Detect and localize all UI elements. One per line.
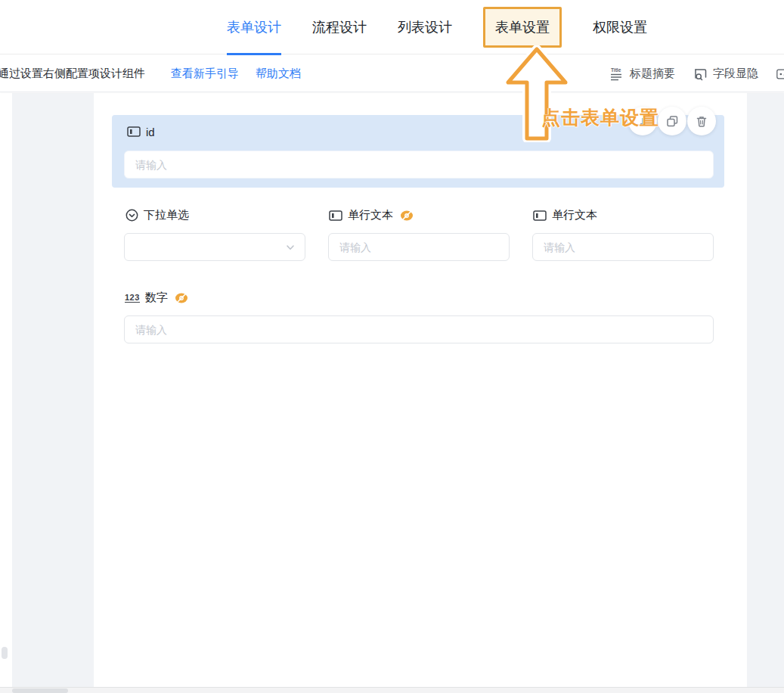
horizontal-scrollbar-track[interactable] — [0, 687, 784, 693]
design-tip-text: 通过设置右侧配置项设计组件 — [0, 67, 145, 81]
text-field-2-input[interactable] — [532, 233, 714, 261]
copy-icon — [666, 115, 679, 128]
field-label-text: 数字 — [145, 291, 168, 305]
left-scrollbar-track[interactable] — [0, 93, 12, 687]
designer-toolbar: 通过设置右侧配置项设计组件 查看新手引导 帮助文档 Title 标题摘要 — [0, 55, 784, 92]
form-canvas[interactable]: id 下拉单选 — [94, 93, 747, 687]
toolbar-right-group: Title 标题摘要 字段显隐 — [610, 55, 784, 92]
text-field-1-input[interactable] — [328, 233, 510, 261]
left-scrollbar-thumb[interactable] — [2, 647, 8, 659]
field-label-text1: 单行文本 — [329, 208, 414, 222]
workspace-left-gutter — [12, 93, 94, 687]
workspace-right-gutter — [747, 93, 784, 687]
field-label-text: 单行文本 — [348, 208, 393, 222]
field-label-text: 下拉单选 — [144, 208, 189, 222]
toolbar-left-group: 通过设置右侧配置项设计组件 查看新手引导 帮助文档 — [0, 55, 301, 92]
svg-text:Title: Title — [611, 67, 621, 73]
field-label-text2: 单行文本 — [533, 208, 597, 222]
help-doc-link[interactable]: 帮助文档 — [256, 67, 301, 81]
horizontal-scrollbar-thumb[interactable] — [12, 688, 68, 693]
copy-field-button[interactable] — [658, 107, 686, 135]
trash-icon — [696, 115, 708, 128]
hidden-field-badge-icon — [400, 210, 414, 222]
field-label-number: 123 数字 — [125, 291, 188, 305]
tab-permission-settings[interactable]: 权限设置 — [593, 0, 647, 54]
top-tab-bar: 表单设计 流程设计 列表设计 表单设置 权限设置 — [0, 0, 784, 54]
number-field-input[interactable] — [124, 315, 714, 343]
title-summary-icon: Title — [610, 67, 625, 82]
design-workspace: id 下拉单选 — [0, 93, 784, 693]
single-line-text-icon — [533, 209, 547, 222]
toolbar-links: 查看新手引导 帮助文档 — [171, 67, 301, 81]
tab-label: 流程设计 — [312, 18, 367, 36]
field-label-select: 下拉单选 — [125, 208, 189, 222]
form-config-icon — [776, 67, 784, 82]
hidden-field-badge-icon — [175, 292, 188, 304]
form-config-button[interactable] — [776, 67, 784, 82]
dropdown-select-field[interactable] — [124, 233, 305, 261]
tab-list-design[interactable]: 列表设计 — [398, 0, 452, 54]
field-label-text: id — [146, 126, 155, 138]
dropdown-select-icon — [125, 209, 138, 222]
field-action-icon — [637, 115, 649, 127]
field-action-button[interactable] — [628, 107, 657, 135]
single-line-text-icon — [127, 125, 141, 138]
newbie-guide-link[interactable]: 查看新手引导 — [171, 67, 239, 81]
field-label-id: id — [127, 125, 155, 138]
number-field-icon: 123 — [125, 293, 140, 303]
tab-form-settings[interactable]: 表单设置 — [483, 7, 562, 48]
field-visibility-button[interactable]: 字段显隐 — [693, 67, 758, 82]
tab-label: 表单设置 — [495, 18, 550, 36]
form-designer-page: 表单设计 流程设计 列表设计 表单设置 权限设置 通过设置右侧配置项设计组件 查… — [0, 0, 784, 693]
tab-label: 列表设计 — [398, 18, 452, 36]
field-label-text: 单行文本 — [552, 208, 597, 222]
delete-field-button[interactable] — [687, 107, 716, 135]
field-visibility-icon — [693, 67, 708, 82]
tab-form-design[interactable]: 表单设计 — [227, 0, 281, 54]
field-visibility-label: 字段显隐 — [713, 67, 758, 81]
chevron-down-icon — [285, 242, 296, 256]
tab-label: 表单设计 — [227, 18, 281, 36]
tab-label: 权限设置 — [593, 18, 647, 36]
tab-process-design[interactable]: 流程设计 — [312, 0, 367, 54]
title-summary-label: 标题摘要 — [630, 67, 675, 81]
id-field-input[interactable] — [124, 151, 714, 179]
title-summary-button[interactable]: Title 标题摘要 — [610, 67, 675, 82]
single-line-text-icon — [329, 209, 342, 222]
designer-tabs: 表单设计 流程设计 列表设计 表单设置 权限设置 — [227, 0, 647, 54]
